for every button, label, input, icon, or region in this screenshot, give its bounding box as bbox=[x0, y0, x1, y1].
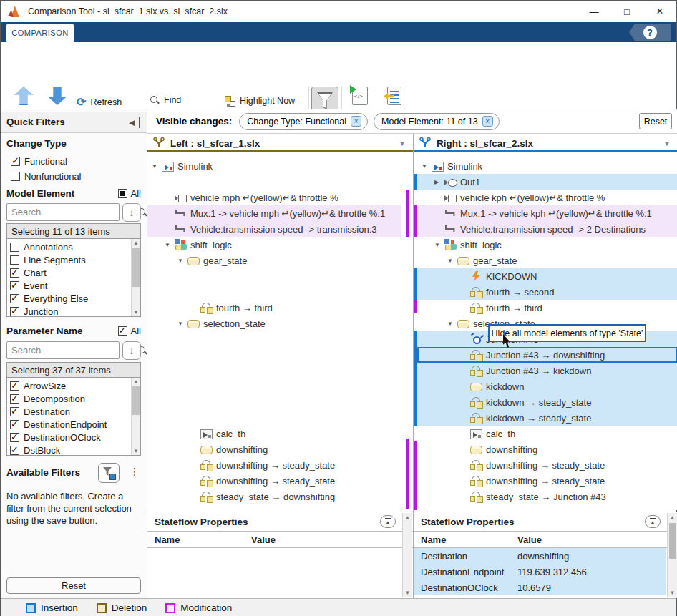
all-checkbox[interactable] bbox=[118, 189, 127, 198]
remove-filter-icon[interactable]: × bbox=[482, 116, 493, 127]
maximize-button[interactable]: □ bbox=[610, 1, 643, 22]
tree-row[interactable]: vehicle kph ↵(yellow)↵& throttle % bbox=[417, 190, 677, 205]
close-button[interactable]: × bbox=[643, 1, 676, 22]
tree-row[interactable]: Vehicle:transmission speed -> 2 Destinat… bbox=[417, 221, 677, 237]
property-row[interactable]: DestinationEndpoint 119.639 312.456 bbox=[414, 564, 666, 580]
find-button[interactable]: Find bbox=[150, 95, 181, 105]
tree-row[interactable]: fourth → third bbox=[417, 300, 677, 316]
scroll-to-selection-button[interactable]: ↓ bbox=[122, 341, 141, 360]
tree-row[interactable]: downshifting → steady_state bbox=[147, 473, 401, 489]
tree-row[interactable] bbox=[147, 378, 401, 394]
tree-row[interactable]: fourth → third bbox=[147, 300, 401, 316]
checkbox[interactable] bbox=[10, 243, 19, 252]
filter-chip[interactable]: Change Type: Functional × bbox=[239, 113, 368, 130]
checkbox[interactable] bbox=[10, 394, 19, 404]
search-input[interactable] bbox=[7, 345, 137, 356]
scrollbar[interactable]: ▲ ▼ bbox=[131, 378, 140, 455]
tree-row[interactable]: shift_logic bbox=[417, 237, 677, 253]
tree-row[interactable] bbox=[147, 331, 401, 347]
tree-row[interactable] bbox=[147, 410, 401, 426]
parameter-name-all-toggle[interactable]: All bbox=[118, 326, 141, 336]
tree-row[interactable] bbox=[147, 347, 401, 363]
tree-row[interactable]: kickdown bbox=[417, 378, 677, 394]
tree-row[interactable]: gear_state bbox=[147, 253, 401, 268]
tree-row[interactable] bbox=[147, 363, 401, 378]
checkbox[interactable] bbox=[10, 420, 19, 429]
tree-row[interactable]: shift_logic bbox=[147, 237, 401, 253]
scroll-to-selection-button[interactable]: ↓ bbox=[122, 203, 141, 222]
change-type-option[interactable]: Functional bbox=[8, 154, 82, 169]
tree-row[interactable]: calc_th bbox=[417, 426, 677, 441]
tree-row[interactable]: Junction #43 → downshifting bbox=[417, 347, 677, 363]
collapse-sidebar-icon[interactable]: ◀ bbox=[129, 117, 140, 128]
expander-icon[interactable] bbox=[152, 162, 162, 170]
scrollbar[interactable]: ▲ ▼ bbox=[667, 513, 677, 597]
expander-icon[interactable] bbox=[434, 241, 444, 248]
tree-row[interactable]: selection_state bbox=[147, 316, 401, 331]
checkbox[interactable] bbox=[11, 157, 20, 166]
checkbox[interactable] bbox=[10, 446, 19, 455]
checkbox[interactable] bbox=[10, 268, 19, 278]
tree-row[interactable]: downshifting → steady_state bbox=[417, 457, 677, 473]
list-item[interactable]: Chart bbox=[7, 266, 140, 279]
tree-row[interactable]: fourth → second bbox=[417, 284, 677, 300]
tree-row[interactable]: Simulink bbox=[417, 158, 677, 174]
checkbox[interactable] bbox=[10, 407, 19, 416]
scroll-down-icon[interactable]: ▼ bbox=[403, 590, 412, 596]
search-input[interactable] bbox=[7, 207, 137, 217]
checkbox[interactable] bbox=[11, 172, 20, 181]
tree-row[interactable] bbox=[147, 394, 401, 410]
tree-row[interactable]: downshifting → steady_state bbox=[147, 457, 401, 473]
minimize-button[interactable]: — bbox=[578, 1, 610, 22]
expander-icon[interactable] bbox=[422, 162, 432, 170]
tree-row[interactable] bbox=[147, 284, 401, 300]
scroll-down-icon[interactable]: ▼ bbox=[132, 448, 140, 454]
filters-reset-button[interactable]: Reset bbox=[639, 113, 672, 129]
tree-row[interactable]: downshifting bbox=[147, 441, 401, 457]
list-item[interactable]: Everything Else bbox=[7, 292, 140, 305]
tree-row[interactable]: KICKDOWN bbox=[417, 268, 677, 284]
chevron-down-icon[interactable]: ▼ bbox=[399, 140, 406, 147]
collapse-panel-button[interactable]: ▲ bbox=[380, 515, 396, 528]
scroll-down-icon[interactable]: ▼ bbox=[668, 590, 677, 596]
tree-row[interactable]: steady_state → downshifting bbox=[147, 489, 401, 504]
tree-row[interactable]: Vehicle:transmission speed -> transmissi… bbox=[147, 221, 401, 237]
tree-row[interactable]: Mux:1 -> vehicle kph ↵(yellow)↵& throttl… bbox=[417, 205, 677, 221]
refresh-button[interactable]: ⟳ Refresh bbox=[77, 95, 122, 109]
tree-row[interactable]: gear_state bbox=[417, 253, 677, 268]
expander-icon[interactable] bbox=[165, 241, 175, 248]
checkbox[interactable] bbox=[10, 294, 19, 303]
tree-row[interactable]: kickdown → steady_state bbox=[417, 394, 677, 410]
checkbox[interactable] bbox=[10, 307, 19, 316]
tree-row[interactable]: downshifting bbox=[417, 441, 677, 457]
property-row[interactable]: DestinationOClock 10.6579 bbox=[414, 580, 666, 595]
list-item[interactable]: DstBlock bbox=[7, 444, 140, 456]
tree-row[interactable]: Junction #43 → kickdown bbox=[417, 363, 677, 378]
tree-row[interactable] bbox=[147, 174, 401, 190]
tree-row[interactable]: steady_state → Junction #43 bbox=[417, 489, 677, 504]
tree-row[interactable]: Simulink bbox=[147, 158, 401, 174]
list-item[interactable]: Annotations bbox=[7, 240, 140, 253]
collapse-panel-button[interactable]: ▲ bbox=[645, 515, 661, 528]
tree-row[interactable]: calc_th bbox=[147, 426, 401, 441]
property-row[interactable]: Destination downshifting bbox=[414, 548, 666, 564]
kebab-menu-icon[interactable]: ⋮ bbox=[130, 466, 140, 477]
list-item[interactable]: DestinationOClock bbox=[7, 431, 140, 444]
list-item[interactable]: ArrowSize bbox=[7, 379, 140, 392]
tree-row[interactable]: downshifting → steady_state bbox=[417, 473, 677, 489]
scrollbar[interactable]: ▲ ▼ bbox=[131, 239, 140, 316]
scroll-up-icon[interactable]: ▲ bbox=[403, 514, 412, 521]
list-item[interactable]: Junction bbox=[7, 305, 140, 317]
chevron-down-icon[interactable]: ▼ bbox=[663, 140, 671, 147]
highlight-now-button[interactable]: Highlight Now bbox=[224, 95, 295, 107]
scroll-down-icon[interactable]: ▼ bbox=[132, 309, 140, 316]
checkbox[interactable] bbox=[10, 281, 19, 290]
list-item[interactable]: Line Segments bbox=[7, 253, 140, 266]
list-item[interactable]: Destination bbox=[7, 405, 140, 418]
expander-icon[interactable] bbox=[177, 320, 187, 327]
tree-row[interactable]: Mux:1 -> vehicle mph ↵(yellow)↵& throttl… bbox=[147, 205, 401, 221]
list-item[interactable]: Decomposition bbox=[7, 392, 140, 405]
expander-icon[interactable] bbox=[434, 178, 444, 185]
model-element-all-toggle[interactable]: All bbox=[118, 188, 141, 199]
expander-icon[interactable] bbox=[177, 257, 187, 264]
